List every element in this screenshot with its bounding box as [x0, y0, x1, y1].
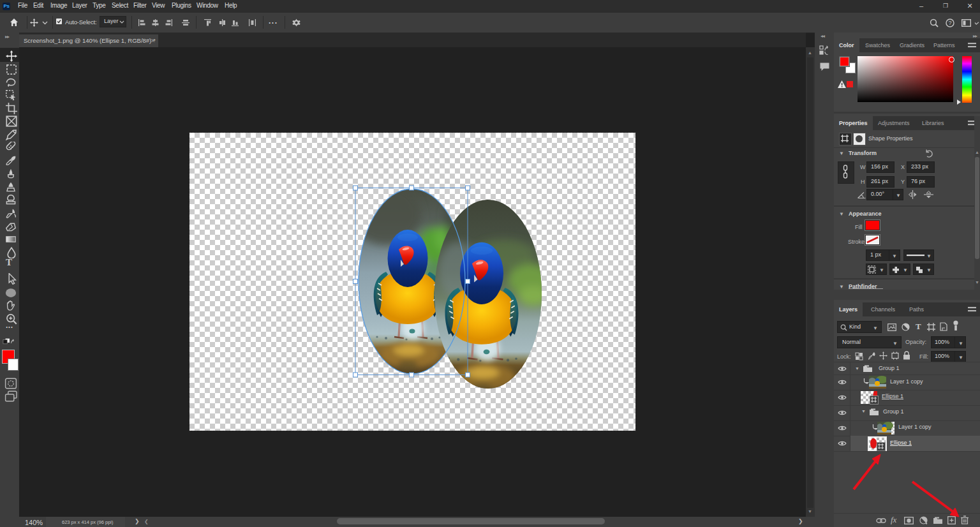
svg-text:?: ?: [948, 20, 951, 26]
